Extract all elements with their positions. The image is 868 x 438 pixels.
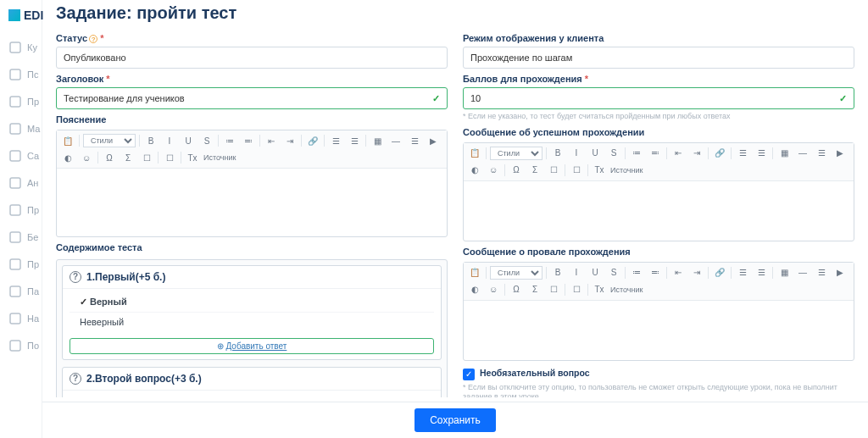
toolbar-button[interactable]: ⇤	[264, 134, 279, 147]
toolbar-button[interactable]: 🔗	[712, 147, 727, 160]
toolbar-button[interactable]: ☐	[546, 164, 561, 177]
toolbar-button[interactable]: ≕	[241, 134, 256, 147]
toolbar-button[interactable]: ☰	[735, 266, 750, 280]
sidebar-item[interactable]: Ма	[0, 115, 48, 142]
toolbar-button[interactable]: ☰	[814, 266, 829, 280]
help-icon[interactable]: ?	[89, 35, 97, 43]
toolbar-button[interactable]: 📋	[467, 147, 482, 160]
toolbar-button[interactable]: I	[569, 266, 584, 280]
status-select[interactable]: Опубликовано	[56, 47, 448, 69]
styles-select[interactable]: Стили	[490, 147, 542, 160]
source-button[interactable]: Источник	[610, 283, 643, 297]
toolbar-button[interactable]: Σ	[120, 151, 136, 164]
toolbar-button[interactable]: ☰	[814, 147, 829, 160]
toolbar-button[interactable]: ≕	[648, 147, 663, 160]
sidebar-item[interactable]: Са	[0, 142, 48, 169]
toolbar-button[interactable]: B	[143, 134, 159, 147]
toolbar-button[interactable]: ☰	[754, 147, 769, 160]
toolbar-button[interactable]: ≔	[629, 266, 644, 280]
toolbar-button[interactable]: B	[550, 266, 565, 280]
source-button[interactable]: Источник	[610, 164, 643, 177]
toolbar-button[interactable]: ⇥	[689, 266, 704, 280]
toolbar-button[interactable]: ☺	[79, 151, 94, 164]
toolbar-button[interactable]: ▦	[776, 266, 792, 280]
success-editor[interactable]: 📋СтилиBIUS≔≕⇤⇥🔗☰☰▦—☰▶◐☺ΩΣ☐☐TxИсточник	[463, 142, 854, 241]
toolbar-button[interactable]: 🔗	[305, 134, 320, 147]
toolbar-button[interactable]: I	[569, 147, 584, 160]
toolbar-button[interactable]: Σ	[527, 283, 542, 297]
toolbar-button[interactable]: ≕	[648, 266, 663, 280]
toolbar-button[interactable]: ⇤	[670, 147, 686, 160]
save-button[interactable]: Сохранить	[415, 408, 496, 432]
toolbar-button[interactable]: Ω	[509, 164, 524, 177]
styles-select[interactable]: Стили	[490, 266, 542, 280]
toolbar-button[interactable]: ▶	[426, 134, 441, 147]
toolbar-button[interactable]: ☰	[735, 147, 750, 160]
toolbar-button[interactable]: ☐	[139, 151, 154, 164]
sidebar-item[interactable]: Пр	[0, 197, 48, 224]
toolbar-button[interactable]: ▶	[832, 147, 848, 160]
source-button[interactable]: Источник	[203, 151, 236, 164]
toolbar-button[interactable]: 📋	[467, 266, 482, 280]
toolbar-button[interactable]: S	[606, 147, 621, 160]
toolbar-button[interactable]: ☐	[162, 151, 177, 164]
mode-select[interactable]: Прохождение по шагам	[463, 47, 854, 69]
toolbar-button[interactable]: —	[388, 134, 403, 147]
question-header[interactable]: ?2.Второй вопрос(+3 б.)	[63, 368, 441, 391]
explanation-editor[interactable]: 📋СтилиBIUS≔≕⇤⇥🔗☰☰▦—☰▶◐☺ΩΣ☐☐TxИсточник	[56, 130, 448, 237]
toolbar-button[interactable]: Tx	[592, 283, 607, 297]
optional-question-checkbox[interactable]: ✓ Необязательный вопрос	[463, 368, 854, 380]
toolbar-button[interactable]: ☐	[569, 283, 584, 297]
toolbar-button[interactable]: U	[181, 134, 196, 147]
sidebar-item[interactable]: Пр	[0, 88, 48, 115]
toolbar-button[interactable]: S	[199, 134, 214, 147]
answer-item[interactable]: Верный	[70, 292, 434, 313]
answer-item[interactable]: ответ 1	[70, 394, 434, 397]
toolbar-button[interactable]: ☰	[754, 266, 769, 280]
toolbar-button[interactable]: ≔	[629, 147, 644, 160]
toolbar-button[interactable]: ☐	[546, 283, 561, 297]
toolbar-button[interactable]: U	[587, 266, 603, 280]
answer-item[interactable]: Неверный	[70, 313, 434, 331]
sidebar-item[interactable]: Пр	[0, 251, 48, 278]
toolbar-button[interactable]: ◐	[467, 283, 482, 297]
toolbar-button[interactable]: Tx	[592, 164, 607, 177]
toolbar-button[interactable]: ☰	[407, 134, 422, 147]
toolbar-button[interactable]: —	[795, 147, 810, 160]
toolbar-button[interactable]: Σ	[527, 164, 542, 177]
toolbar-button[interactable]: ☺	[486, 164, 501, 177]
title-input[interactable]: Тестирование для учеников	[56, 87, 448, 109]
toolbar-button[interactable]: Ω	[509, 283, 524, 297]
toolbar-button[interactable]: ⇥	[282, 134, 298, 147]
toolbar-button[interactable]: U	[587, 147, 603, 160]
fail-editor[interactable]: 📋СтилиBIUS≔≕⇤⇥🔗☰☰▦—☰▶◐☺ΩΣ☐☐TxИсточник	[463, 262, 854, 361]
toolbar-button[interactable]: Ω	[102, 151, 117, 164]
toolbar-button[interactable]: ◐	[60, 151, 75, 164]
toolbar-button[interactable]: —	[795, 266, 810, 280]
toolbar-button[interactable]: ☐	[569, 164, 584, 177]
toolbar-button[interactable]: 📋	[60, 134, 75, 147]
sidebar-item[interactable]: Пс	[0, 61, 48, 88]
toolbar-button[interactable]: ⇤	[670, 266, 686, 280]
question-header[interactable]: ?1.Первый(+5 б.)	[63, 266, 441, 289]
toolbar-button[interactable]: Tx	[185, 151, 200, 164]
toolbar-button[interactable]: ▦	[370, 134, 385, 147]
toolbar-button[interactable]: I	[162, 134, 177, 147]
toolbar-button[interactable]: ⇥	[689, 147, 704, 160]
toolbar-button[interactable]: S	[606, 266, 621, 280]
add-answer-button[interactable]: ⊕ Добавить ответ	[70, 338, 434, 354]
toolbar-button[interactable]: ☰	[328, 134, 343, 147]
toolbar-button[interactable]: ◐	[467, 164, 482, 177]
sidebar-item[interactable]: Ку	[0, 34, 48, 61]
sidebar-item[interactable]: На	[0, 305, 48, 332]
toolbar-button[interactable]: 🔗	[712, 266, 727, 280]
sidebar-item[interactable]: Бе	[0, 224, 48, 251]
toolbar-button[interactable]: B	[550, 147, 565, 160]
score-input[interactable]: 10	[463, 87, 854, 109]
sidebar-item[interactable]: По	[0, 332, 48, 359]
sidebar-item[interactable]: Па	[0, 278, 48, 305]
toolbar-button[interactable]: ≔	[222, 134, 237, 147]
toolbar-button[interactable]: ▶	[832, 266, 848, 280]
toolbar-button[interactable]: ☺	[486, 283, 501, 297]
toolbar-button[interactable]: ☰	[347, 134, 362, 147]
